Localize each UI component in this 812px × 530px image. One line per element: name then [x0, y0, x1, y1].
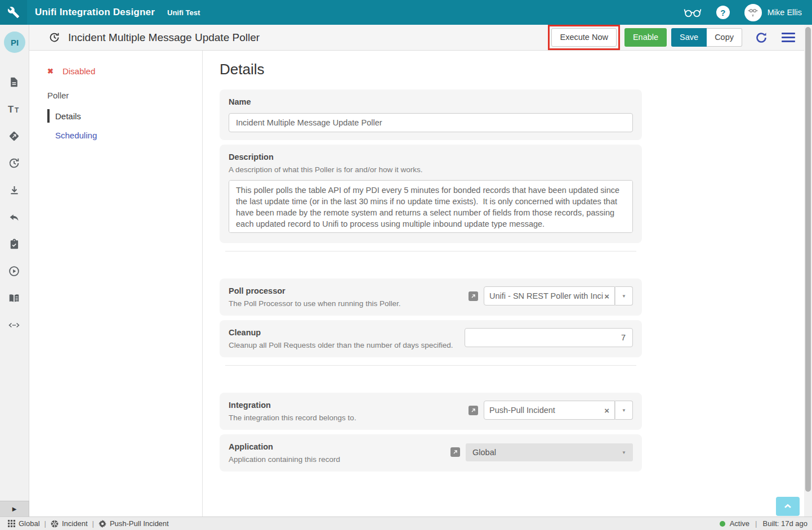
- cleanup-field-card: Cleanup Cleanup all Poll Requests older …: [220, 320, 642, 357]
- grid-icon: [8, 520, 15, 527]
- chevron-down-icon: ▼: [622, 294, 626, 299]
- integration-item[interactable]: Push-Pull Incident: [99, 519, 169, 528]
- rail-item-navigation[interactable]: [0, 123, 28, 150]
- open-record-icon[interactable]: [469, 291, 478, 301]
- integration-value: Push-Pull Incident: [489, 406, 603, 415]
- record-header: Incident Multiple Message Update Poller …: [29, 25, 804, 51]
- application-field-card: Application Application containing this …: [220, 434, 642, 471]
- rail-item-code[interactable]: [0, 312, 28, 339]
- text-format-icon: TT: [7, 102, 21, 116]
- process-item[interactable]: Incident: [51, 519, 88, 528]
- gear-icon: [99, 520, 106, 528]
- record-nav-panel: ✖ Disabled Poller Details Scheduling: [29, 51, 203, 516]
- clear-icon[interactable]: ×: [604, 406, 609, 415]
- scope-label: Global: [19, 519, 40, 528]
- rail-item-pollers[interactable]: [0, 150, 28, 177]
- active-status-dot: [720, 521, 725, 527]
- poll-processor-label: Poll processor: [229, 286, 457, 295]
- task-check-icon: [8, 239, 20, 250]
- details-form: Details Name Description A description o…: [203, 51, 804, 516]
- cleanup-help: Cleanup all Poll Requests older than the…: [229, 341, 453, 349]
- nav-item-scheduling[interactable]: Scheduling: [47, 131, 202, 140]
- document-icon: [8, 77, 20, 88]
- scrollbar-thumb[interactable]: [805, 27, 811, 492]
- rail-item-text-format[interactable]: TT: [0, 96, 28, 123]
- cleanup-label: Cleanup: [229, 328, 453, 337]
- poll-processor-help: The Poll Processor to use when running t…: [229, 299, 457, 308]
- poll-processor-field-card: Poll processor The Poll Processor to use…: [220, 279, 642, 316]
- wheel-icon: [51, 520, 59, 528]
- poll-processor-select[interactable]: Unifi - SN REST Poller with Incident .. …: [484, 286, 615, 306]
- poll-processor-value: Unifi - SN REST Poller with Incident ..: [489, 291, 603, 300]
- refresh-button[interactable]: [755, 31, 768, 44]
- section-divider: [225, 251, 636, 251]
- name-input[interactable]: [229, 113, 633, 132]
- nav-group-label: Poller: [47, 91, 202, 100]
- poll-processor-dropdown-button[interactable]: ▼: [615, 286, 633, 306]
- status-bar: Global | Incident | Push-Pull Incident A…: [0, 516, 812, 530]
- vertical-scrollbar[interactable]: [804, 25, 812, 516]
- description-textarea[interactable]: This poller polls the table API of my PD…: [229, 180, 633, 233]
- integration-label: Integration: [229, 401, 457, 410]
- icon-rail: PI TT: [0, 25, 29, 516]
- application-help: Application containing this record: [229, 455, 439, 464]
- section-divider: [225, 365, 636, 366]
- status-label: Disabled: [63, 66, 95, 76]
- disabled-x-icon: ✖: [47, 67, 53, 75]
- annotation-highlight: Execute Now: [548, 25, 619, 51]
- description-field-card: Description A description of what this P…: [220, 145, 642, 243]
- cleanup-input[interactable]: [465, 328, 633, 347]
- execute-now-button[interactable]: Execute Now: [551, 28, 616, 47]
- play-circle-icon: [8, 265, 20, 277]
- application-label: Application: [229, 442, 439, 451]
- record-actions: Execute Now Enable Save Copy: [548, 25, 804, 51]
- book-icon: [8, 292, 20, 304]
- rail-item-docs[interactable]: [0, 285, 28, 312]
- copy-button[interactable]: Copy: [707, 28, 742, 47]
- save-button[interactable]: Save: [671, 28, 707, 47]
- chevron-down-icon: ▼: [622, 450, 626, 455]
- rail-item-download[interactable]: [0, 177, 28, 204]
- reply-icon: [8, 212, 20, 223]
- poller-update-icon: [48, 32, 60, 43]
- name-label: Name: [229, 97, 633, 106]
- active-status-label: Active: [730, 519, 749, 528]
- scope-item[interactable]: Global: [8, 519, 40, 528]
- app-logo[interactable]: [0, 0, 27, 25]
- menu-button[interactable]: [782, 33, 795, 43]
- record-title: Incident Multiple Message Update Poller: [68, 32, 260, 44]
- integration-select[interactable]: Push-Pull Incident ×: [484, 401, 615, 420]
- user-menu[interactable]: Mike Ellis: [744, 4, 802, 21]
- integration-dropdown-button[interactable]: ▼: [615, 401, 633, 420]
- nav-item-details[interactable]: Details: [47, 109, 202, 123]
- refresh-icon: [755, 31, 768, 44]
- hamburger-icon: [782, 33, 795, 34]
- expand-rail-button[interactable]: ▶: [0, 501, 29, 516]
- integration-field-card: Integration The integration this record …: [220, 393, 642, 430]
- open-record-icon[interactable]: [450, 447, 460, 457]
- record-initials-avatar[interactable]: PI: [4, 32, 25, 53]
- svg-text:T: T: [15, 106, 19, 114]
- scroll-to-top-button[interactable]: [776, 497, 800, 516]
- glasses-icon[interactable]: [684, 7, 702, 18]
- page-title: Details: [220, 61, 804, 78]
- application-select-disabled: Global ▼: [466, 443, 633, 461]
- chevron-down-icon: ▼: [622, 408, 626, 413]
- rail-item-documents[interactable]: [0, 69, 28, 96]
- rail-item-tasks[interactable]: [0, 231, 28, 258]
- svg-text:T: T: [8, 104, 14, 114]
- rail-item-run[interactable]: [0, 258, 28, 285]
- user-avatar: [744, 4, 762, 21]
- help-icon[interactable]: ?: [716, 6, 730, 19]
- enable-button[interactable]: Enable: [624, 28, 667, 47]
- clear-icon[interactable]: ×: [604, 292, 609, 300]
- rail-item-reply[interactable]: [0, 204, 28, 231]
- built-label: Built: 17d ago: [762, 519, 807, 528]
- active-indicator-bar: [47, 109, 50, 123]
- integration-label: Push-Pull Incident: [110, 519, 169, 528]
- top-app-bar: Unifi Integration Designer Unifi Test ? …: [0, 0, 812, 25]
- application-value: Global: [472, 448, 496, 457]
- integration-help: The integration this record belongs to.: [229, 414, 457, 422]
- open-record-icon[interactable]: [469, 406, 478, 415]
- name-field-card: Name: [220, 89, 642, 140]
